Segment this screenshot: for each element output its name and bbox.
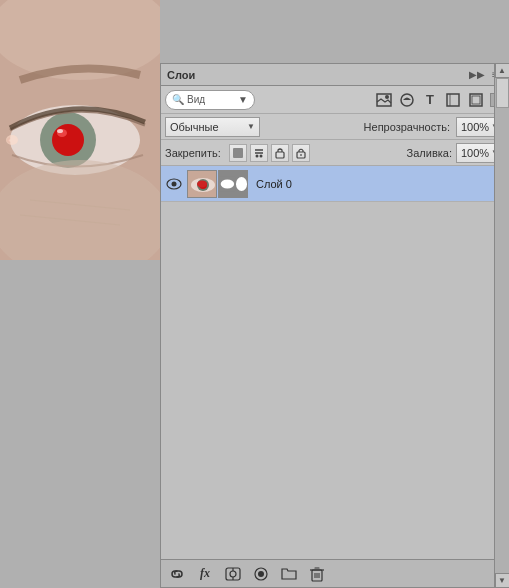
layer-mask-thumb xyxy=(218,170,248,198)
eye-image xyxy=(0,0,160,260)
new-group-btn[interactable] xyxy=(279,564,299,584)
svg-point-6 xyxy=(57,129,63,133)
panel-row3: Закрепить: xyxy=(161,140,508,166)
fill-value: 100% xyxy=(461,147,489,159)
shape-icon[interactable] xyxy=(444,91,462,109)
opacity-value: 100% xyxy=(461,121,489,133)
search-text: Вид xyxy=(187,94,235,105)
opacity-label: Непрозрачность: xyxy=(364,121,450,133)
lock-position-btn[interactable] xyxy=(250,144,268,162)
svg-point-21 xyxy=(255,154,258,157)
lock-all-btn[interactable] xyxy=(292,144,310,162)
smart-filter-icon[interactable] xyxy=(467,91,485,109)
svg-point-7 xyxy=(0,160,160,260)
search-box[interactable]: 🔍 Вид ▼ xyxy=(165,90,255,110)
layer-image-thumb xyxy=(187,170,217,198)
right-gray-area xyxy=(160,0,509,63)
panel-titlebar: Слои ▶▶ ≡ xyxy=(161,64,508,86)
svg-point-8 xyxy=(6,135,18,145)
svg-point-12 xyxy=(385,95,389,99)
layer-image-icon[interactable] xyxy=(375,91,393,109)
svg-point-40 xyxy=(258,571,264,577)
svg-point-4 xyxy=(52,124,84,156)
svg-rect-17 xyxy=(472,96,480,104)
search-icon: 🔍 xyxy=(172,94,184,105)
svg-point-30 xyxy=(197,179,209,191)
canvas-area xyxy=(0,0,160,280)
blend-mode-select[interactable]: Обычные ▼ xyxy=(165,117,260,137)
panel-title: Слои xyxy=(167,69,195,81)
add-adjustment-btn[interactable] xyxy=(223,564,243,584)
scroll-track[interactable] xyxy=(495,78,509,573)
canvas-bottom xyxy=(0,260,160,588)
svg-rect-14 xyxy=(447,94,459,106)
blend-mode-value: Обычные xyxy=(170,121,219,133)
svg-point-25 xyxy=(300,154,302,156)
delete-layer-btn[interactable] xyxy=(307,564,327,584)
fill-label: Заливка: xyxy=(407,147,452,159)
vertical-scrollbar[interactable]: ▲ ▼ xyxy=(494,63,509,588)
layer-fx-btn[interactable]: fx xyxy=(195,564,215,584)
adjustment-icon[interactable] xyxy=(398,91,416,109)
panel-bottombar: fx xyxy=(161,559,508,587)
lock-label: Закрепить: xyxy=(165,147,221,159)
lock-pixels-btn[interactable] xyxy=(229,144,247,162)
scroll-up-btn[interactable]: ▲ xyxy=(495,63,510,78)
search-dropdown-arrow[interactable]: ▼ xyxy=(238,94,248,105)
svg-point-36 xyxy=(230,571,236,577)
lock-art-btn[interactable] xyxy=(271,144,289,162)
svg-point-34 xyxy=(221,179,234,188)
panel-expand-icon[interactable]: ▶▶ xyxy=(470,68,484,82)
link-layers-btn[interactable] xyxy=(167,564,187,584)
layers-panel: Слои ▶▶ ≡ 🔍 Вид ▼ xyxy=(160,63,509,588)
svg-point-31 xyxy=(199,181,207,189)
svg-point-27 xyxy=(172,181,177,186)
svg-point-32 xyxy=(200,182,203,184)
layer-list: Слой 0 xyxy=(161,166,508,559)
type-icon[interactable]: T xyxy=(421,91,439,109)
row1-icons: T xyxy=(375,91,504,109)
blend-mode-arrow: ▼ xyxy=(247,122,255,131)
scroll-down-btn[interactable]: ▼ xyxy=(495,573,510,588)
add-mask-btn[interactable] xyxy=(251,564,271,584)
scroll-thumb[interactable] xyxy=(496,78,509,108)
layer-item[interactable]: Слой 0 xyxy=(161,166,508,202)
svg-rect-23 xyxy=(276,152,284,158)
layer-name: Слой 0 xyxy=(256,178,292,190)
panel-row1: 🔍 Вид ▼ T xyxy=(161,86,508,114)
svg-point-22 xyxy=(259,154,262,157)
layer-visibility-toggle[interactable] xyxy=(165,175,183,193)
lock-icons xyxy=(229,144,310,162)
layer-thumbnails xyxy=(187,170,248,198)
svg-rect-18 xyxy=(233,148,243,158)
panel-row2: Обычные ▼ Непрозрачность: 100% ▼ xyxy=(161,114,508,140)
